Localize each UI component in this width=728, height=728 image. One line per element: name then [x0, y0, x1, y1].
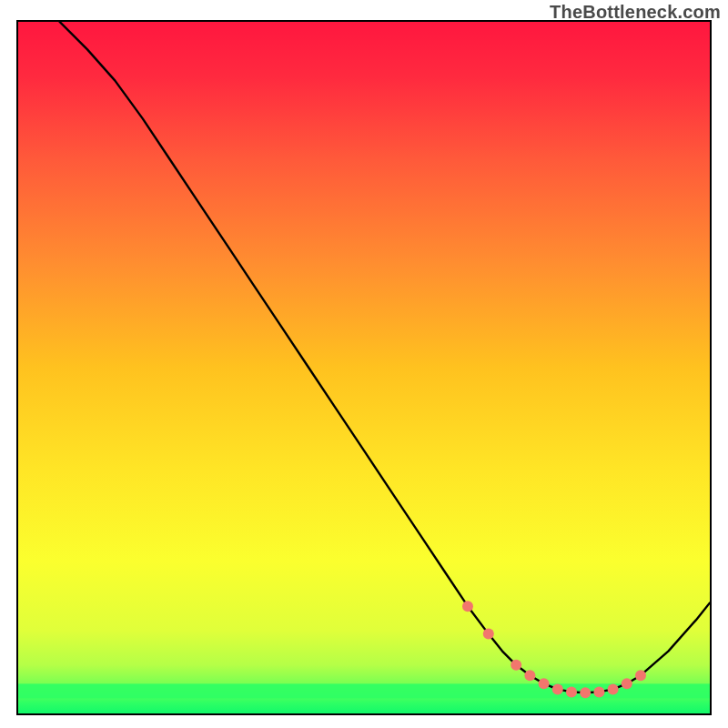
highlight-dot [552, 683, 563, 694]
highlight-dot [580, 687, 591, 698]
gradient-rect [18, 22, 710, 713]
watermark-text: TheBottleneck.com [550, 2, 721, 23]
highlight-dot [622, 678, 632, 689]
highlight-dot [566, 686, 577, 697]
highlight-dot [608, 683, 619, 694]
chart-svg [18, 22, 710, 713]
highlight-dot [635, 670, 646, 681]
highlight-dot [511, 660, 521, 671]
highlight-dot [483, 629, 494, 640]
highlight-dot [539, 678, 550, 689]
chart-container: TheBottleneck.com [0, 0, 728, 728]
plot-area [16, 20, 712, 715]
highlight-dot [593, 686, 604, 697]
highlight-dot [462, 601, 473, 612]
highlight-dot [524, 670, 535, 681]
